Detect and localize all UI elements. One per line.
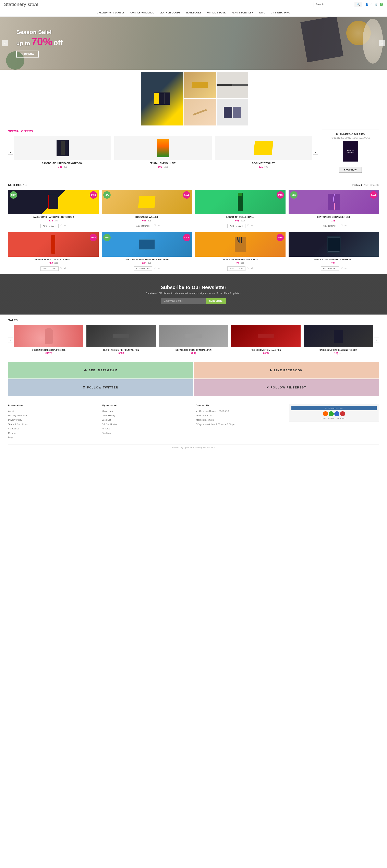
add-cart-btn-5[interactable]: ADD TO CART xyxy=(40,267,59,271)
footer-link-sitemap[interactable]: Site Map xyxy=(102,431,191,435)
sales-img-1 xyxy=(14,325,83,347)
footer-link-privacy[interactable]: Privacy Policy xyxy=(8,418,98,422)
compare-icon-3[interactable]: ⇌ xyxy=(251,224,253,227)
notebook-actions-4: ADD TO CART ♡ ⇌ xyxy=(289,223,379,228)
wishlist-icon-2[interactable]: ♡ xyxy=(154,224,156,227)
pinterest-banner[interactable]: P FOLLOW PINTEREST xyxy=(194,379,379,396)
wishlist-icon-5[interactable]: ♡ xyxy=(60,267,63,270)
nav-correspondence[interactable]: CORRESPONDENCE xyxy=(128,9,157,16)
notebook-img-4: NEW SALE xyxy=(289,190,379,214)
notebook-name-5: RETRACTABLE GEL ROLLERBALL xyxy=(8,258,99,261)
footer-my-account: My Account My Account Order History Wish… xyxy=(102,404,191,440)
image-grid xyxy=(133,70,255,127)
footer-link-affiliates[interactable]: Affiliates xyxy=(102,427,191,430)
sales-img-3 xyxy=(159,325,228,347)
nav-tape[interactable]: TAPE xyxy=(256,9,268,16)
instagram-banner[interactable]: ☘ SEE INSTAGRAM xyxy=(8,362,193,378)
add-cart-btn-7[interactable]: ADD TO CART xyxy=(227,267,245,271)
footer-link-blog[interactable]: Blog xyxy=(8,436,98,439)
account-icon[interactable]: 👤 xyxy=(365,3,368,6)
wishlist-icon[interactable]: ♡ xyxy=(370,3,373,6)
nav-leather[interactable]: LEATHER GOODS xyxy=(157,9,183,16)
footer-link-returns[interactable]: Returns xyxy=(8,431,98,435)
wishlist-icon-8[interactable]: ♡ xyxy=(341,267,343,270)
notebook-img-2: NEW SALE xyxy=(102,190,192,214)
hero-text: Season Sale! up to 70% off SHOP NOW xyxy=(16,29,63,58)
search-input[interactable] xyxy=(314,2,354,7)
badge-new-2: NEW xyxy=(103,191,111,198)
sales-carousel-left[interactable]: ‹ xyxy=(8,338,13,342)
wishlist-icon-4[interactable]: ♡ xyxy=(341,224,343,227)
footer-link-giftcert[interactable]: Gift Certificates xyxy=(102,423,191,426)
grid-item-1 xyxy=(141,72,183,125)
newsletter-form: SUBSCRIBE xyxy=(161,298,226,304)
footer-link-contact[interactable]: Contact Us xyxy=(8,427,98,430)
newsletter-subscribe-btn[interactable]: SUBSCRIBE xyxy=(206,298,226,304)
nav-office[interactable]: OFFICE & DESK xyxy=(204,9,228,16)
notebook-actions-3: ADD TO CART ♡ ⇌ xyxy=(195,223,285,228)
wishlist-icon-3[interactable]: ♡ xyxy=(247,224,249,227)
add-cart-btn-3[interactable]: ADD TO CART xyxy=(227,224,245,228)
logo-text2: store xyxy=(28,2,39,7)
newsletter-email-input[interactable] xyxy=(161,298,206,304)
offer-price-1: 32$ 40$ xyxy=(14,165,111,168)
footer-link-terms[interactable]: Terms & Conditions xyxy=(8,423,98,426)
cart-icon[interactable]: 🛒 xyxy=(375,3,378,6)
nav-calendars[interactable]: CALENDARS & DIARIES xyxy=(94,9,128,16)
footer-link-myaccount[interactable]: My Account xyxy=(102,409,191,413)
compare-icon-6[interactable]: ⇌ xyxy=(157,267,160,270)
search-bar[interactable]: 🔍 xyxy=(314,2,362,7)
offer-product-2: CRISTAL FINE BALL PEN 60$ 100$ xyxy=(114,136,211,168)
twitter-banner[interactable]: 𝖃 FOLLOW TWITTER xyxy=(8,379,193,396)
offer-img-1 xyxy=(14,136,111,160)
tab-specials[interactable]: Specials xyxy=(370,184,379,186)
compare-icon-1[interactable]: ⇌ xyxy=(64,224,66,227)
sales-name-3: METALLIC CHROME TRIM BALL PEN xyxy=(159,349,228,351)
sales-carousel-right[interactable]: › xyxy=(374,338,379,342)
hero-arrow-right[interactable]: › xyxy=(379,40,385,46)
section-divider-1 xyxy=(8,179,379,179)
compare-icon-5[interactable]: ⇌ xyxy=(64,267,66,270)
carousel-right-btn[interactable]: › xyxy=(313,150,318,155)
add-cart-btn-6[interactable]: ADD TO CART xyxy=(134,267,152,271)
notebook-name-2: DOCUMENT WALLET xyxy=(102,216,192,218)
wishlist-icon-6[interactable]: ♡ xyxy=(154,267,156,270)
badge-sale-7: SALE xyxy=(277,234,284,241)
compare-icon-7[interactable]: ⇌ xyxy=(251,267,253,270)
planners-title: PLANNERS & DIARIES xyxy=(325,133,376,136)
notebook-price-5: 88$ 77$ xyxy=(8,261,99,265)
wishlist-icon-7[interactable]: ♡ xyxy=(247,267,249,270)
compare-icon-8[interactable]: ⇌ xyxy=(345,267,347,270)
sales-name-5: CASEBOUND HARDBACK NOTEBOOK xyxy=(304,349,373,351)
footer-contact-email: info@storecom.org xyxy=(196,418,285,422)
planners-shop-now[interactable]: SHOP NOW xyxy=(339,167,362,173)
search-button[interactable]: 🔍 xyxy=(354,2,362,7)
add-cart-btn-1[interactable]: ADD TO CART xyxy=(40,224,59,228)
footer-link-delivery[interactable]: Delivery Information xyxy=(8,414,98,417)
tab-new[interactable]: New xyxy=(364,184,368,186)
special-offers-carousel: ‹ CASEBOUND HARDBACK NOTEBOOK 32$ 40$ xyxy=(8,136,318,168)
compare-icon-4[interactable]: ⇌ xyxy=(345,224,347,227)
footer-link-wishlist[interactable]: Wish List xyxy=(102,418,191,422)
main-nav: CALENDARS & DIARIES CORRESPONDENCE LEATH… xyxy=(0,9,387,17)
add-cart-btn-4[interactable]: ADD TO CART xyxy=(321,224,339,228)
nav-notebooks[interactable]: NOTEBOOKS xyxy=(183,9,204,16)
header-icons: 👤 ♡ 🛒 0 xyxy=(365,3,383,6)
sales-products: GOLDEN RETRIEVER PUP PENCIL £132$ BLACK … xyxy=(14,325,373,355)
compare-icon-2[interactable]: ⇌ xyxy=(157,224,160,227)
tab-featured[interactable]: Featured xyxy=(352,184,362,186)
add-cart-btn-8[interactable]: ADD TO CART xyxy=(321,267,339,271)
wishlist-icon-1[interactable]: ♡ xyxy=(60,224,63,227)
hero-shop-now[interactable]: SHOP NOW xyxy=(16,51,39,58)
notebook-actions-8: ADD TO CART ♡ ⇌ xyxy=(289,266,379,271)
add-cart-btn-2[interactable]: ADD TO CART xyxy=(134,224,152,228)
nav-pens[interactable]: PENS & PENCILS xyxy=(228,9,256,16)
hero-arrow-left[interactable]: ‹ xyxy=(2,40,8,46)
footer-link-about[interactable]: About xyxy=(8,409,98,413)
sales-card-5: CASEBOUND HARDBACK NOTEBOOK 32$ 60$ xyxy=(304,325,373,355)
notebook-img-5: SALE xyxy=(8,232,99,257)
facebook-banner[interactable]: f LIKE FACEBOOK xyxy=(194,362,379,378)
footer-link-orderhistory[interactable]: Order History xyxy=(102,414,191,417)
carousel-left-btn[interactable]: ‹ xyxy=(8,150,13,155)
nav-gift[interactable]: GIFT WRAPPING xyxy=(268,9,293,16)
